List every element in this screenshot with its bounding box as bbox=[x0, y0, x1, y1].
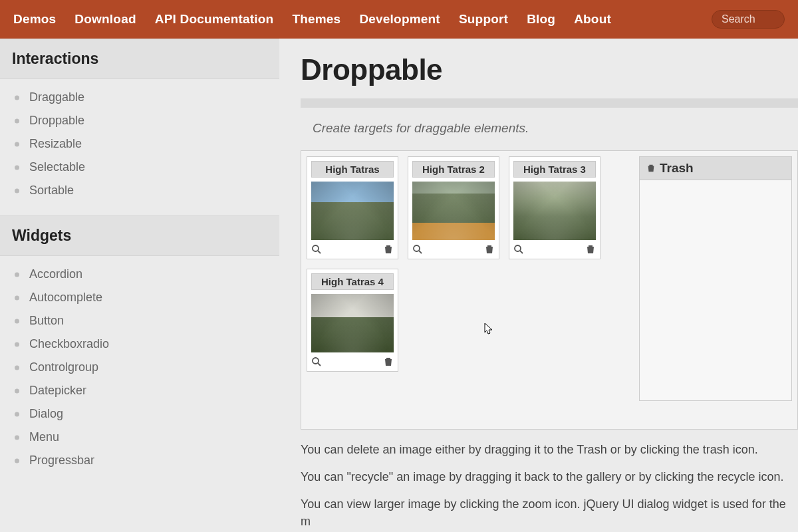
description-p3: You can view larger image by clicking th… bbox=[301, 496, 798, 529]
trash-icon[interactable] bbox=[585, 244, 596, 255]
nav-about[interactable]: About bbox=[574, 12, 611, 27]
card-actions bbox=[412, 240, 495, 255]
sidebar-item-menu[interactable]: Menu bbox=[0, 426, 279, 449]
main-content: Droppable Create targets for draggable e… bbox=[279, 39, 798, 532]
description-p1: You can delete an image either by draggi… bbox=[301, 442, 798, 458]
demo-area: High Tatras High Tatras 2 bbox=[301, 150, 798, 430]
sidebar-heading-interactions: Interactions bbox=[0, 39, 279, 79]
nav-links: Demos Download API Documentation Themes … bbox=[13, 12, 611, 27]
card-title: High Tatras 3 bbox=[513, 161, 596, 178]
nav-support[interactable]: Support bbox=[459, 12, 508, 27]
sidebar-item-draggable[interactable]: Draggable bbox=[0, 86, 279, 109]
tab-strip[interactable] bbox=[301, 98, 798, 108]
nav-blog[interactable]: Blog bbox=[527, 12, 555, 27]
card-image bbox=[311, 294, 394, 352]
sidebar-item-progressbar[interactable]: Progressbar bbox=[0, 449, 279, 472]
card-actions bbox=[311, 240, 394, 255]
card-image bbox=[513, 182, 596, 240]
sidebar-item-checkboxradio[interactable]: Checkboxradio bbox=[0, 332, 279, 356]
sidebar-list-widgets: Accordion Autocomplete Button Checkboxra… bbox=[0, 256, 279, 485]
svg-line-7 bbox=[318, 363, 321, 366]
top-nav: Demos Download API Documentation Themes … bbox=[0, 0, 798, 39]
sidebar: Interactions Draggable Droppable Resizab… bbox=[0, 39, 279, 532]
gallery-card[interactable]: High Tatras 4 bbox=[307, 269, 398, 372]
sidebar-heading-widgets: Widgets bbox=[0, 215, 279, 256]
svg-line-1 bbox=[318, 251, 321, 253]
card-title: High Tatras 2 bbox=[412, 161, 495, 178]
svg-line-3 bbox=[419, 251, 422, 253]
trash-icon[interactable] bbox=[383, 244, 394, 255]
page-subtitle: Create targets for draggable elements. bbox=[313, 121, 798, 136]
sidebar-item-datepicker[interactable]: Datepicker bbox=[0, 379, 279, 402]
nav-api-documentation[interactable]: API Documentation bbox=[155, 12, 274, 27]
nav-themes[interactable]: Themes bbox=[292, 12, 340, 27]
svg-point-2 bbox=[414, 245, 420, 251]
trash-label: Trash bbox=[660, 161, 694, 176]
svg-point-0 bbox=[313, 245, 319, 251]
sidebar-list-interactions: Draggable Droppable Resizable Selectable… bbox=[0, 79, 279, 215]
card-actions bbox=[513, 240, 596, 255]
sidebar-item-sortable[interactable]: Sortable bbox=[0, 179, 279, 202]
sidebar-item-autocomplete[interactable]: Autocomplete bbox=[0, 286, 279, 309]
gallery-card[interactable]: High Tatras 3 bbox=[509, 156, 600, 259]
zoom-icon[interactable] bbox=[311, 356, 322, 367]
description-p2: You can "recycle" an image by dragging i… bbox=[301, 469, 798, 485]
zoom-icon[interactable] bbox=[513, 244, 524, 255]
nav-demos[interactable]: Demos bbox=[13, 12, 56, 27]
zoom-icon[interactable] bbox=[311, 244, 322, 255]
trash-icon[interactable] bbox=[383, 356, 394, 367]
card-image bbox=[412, 182, 495, 240]
page-title: Droppable bbox=[301, 53, 798, 86]
trash-icon bbox=[646, 164, 656, 173]
sidebar-item-controlgroup[interactable]: Controlgroup bbox=[0, 356, 279, 379]
trash-panel[interactable]: Trash bbox=[639, 156, 792, 401]
card-image bbox=[311, 182, 394, 240]
sidebar-item-resizable[interactable]: Resizable bbox=[0, 132, 279, 156]
sidebar-item-selectable[interactable]: Selectable bbox=[0, 156, 279, 179]
zoom-icon[interactable] bbox=[412, 244, 423, 255]
search-input[interactable] bbox=[722, 13, 775, 25]
nav-download[interactable]: Download bbox=[74, 12, 136, 27]
svg-point-6 bbox=[313, 358, 319, 364]
nav-development[interactable]: Development bbox=[359, 12, 440, 27]
sidebar-item-droppable[interactable]: Droppable bbox=[0, 109, 279, 132]
sidebar-item-button[interactable]: Button bbox=[0, 309, 279, 332]
gallery[interactable]: High Tatras High Tatras 2 bbox=[307, 156, 612, 424]
card-title: High Tatras bbox=[311, 161, 394, 178]
trash-icon[interactable] bbox=[484, 244, 495, 255]
gallery-card[interactable]: High Tatras 2 bbox=[408, 156, 499, 259]
sidebar-item-accordion[interactable]: Accordion bbox=[0, 263, 279, 286]
card-title: High Tatras 4 bbox=[311, 273, 394, 290]
search-wrap bbox=[712, 10, 785, 29]
card-actions bbox=[311, 352, 394, 367]
sidebar-item-dialog[interactable]: Dialog bbox=[0, 402, 279, 426]
trash-header: Trash bbox=[640, 157, 791, 180]
gallery-card[interactable]: High Tatras bbox=[307, 156, 398, 259]
svg-point-4 bbox=[515, 245, 521, 251]
description: You can delete an image either by draggi… bbox=[301, 442, 798, 530]
svg-line-5 bbox=[520, 251, 523, 253]
